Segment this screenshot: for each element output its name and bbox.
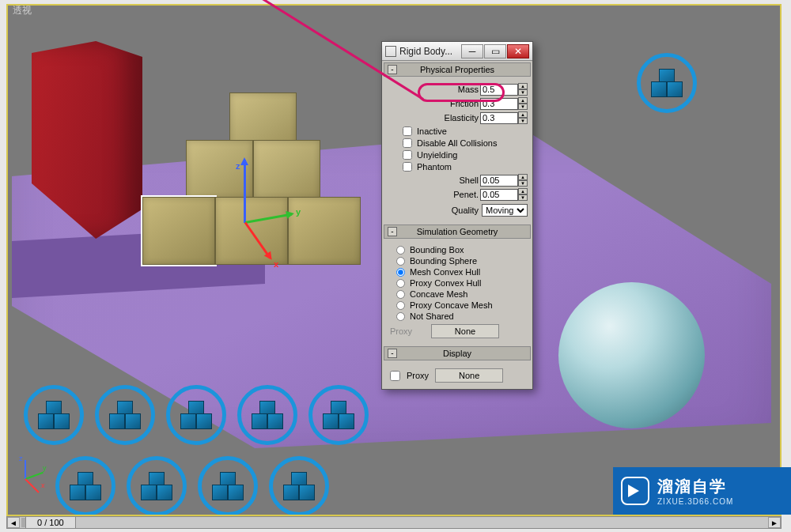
spinner-up-icon[interactable]: ▲ [518, 174, 528, 180]
bounding-sphere-label: Bounding Sphere [410, 256, 477, 266]
concave-mesh-label: Concave Mesh [410, 289, 467, 299]
annotation-marker [637, 53, 697, 113]
app-icon [385, 46, 396, 57]
horizontal-scrollbar[interactable]: ◄ ► [6, 516, 782, 529]
annotation-marker [127, 456, 187, 515]
spinner-down-icon[interactable]: ▼ [518, 118, 528, 124]
proxy-convex-label: Proxy Convex Hull [410, 278, 481, 288]
unyielding-checkbox[interactable] [403, 150, 412, 160]
transform-gizmo[interactable]: z y x [204, 160, 299, 270]
world-axis-indicator: zyx [19, 451, 54, 486]
bounding-box-radio[interactable] [396, 246, 405, 255]
spinner-up-icon[interactable]: ▲ [518, 188, 528, 194]
mesh-convex-label: Mesh Convex Hull [410, 267, 480, 277]
penet-input[interactable] [480, 189, 518, 201]
phantom-label: Phantom [417, 162, 452, 172]
bounding-box-label: Bounding Box [410, 245, 464, 255]
dialog-titlebar[interactable]: Rigid Body... ─ ▭ ✕ [382, 42, 532, 61]
display-proxy-checkbox[interactable] [390, 371, 400, 381]
sphere-object[interactable] [558, 282, 705, 428]
annotation-marker [166, 385, 226, 445]
axis-z[interactable] [244, 160, 246, 223]
section-simgeo-body: Bounding Box Bounding Sphere Mesh Convex… [382, 240, 532, 345]
annotation-marker [24, 385, 84, 445]
spinner-up-icon[interactable]: ▲ [518, 83, 528, 89]
display-proxy-button[interactable]: None [435, 368, 503, 383]
scroll-left-icon[interactable]: ◄ [7, 517, 20, 528]
spinner-down-icon[interactable]: ▼ [518, 194, 528, 201]
inactive-checkbox[interactable] [403, 126, 412, 136]
maximize-button[interactable]: ▭ [484, 44, 506, 58]
section-display-header[interactable]: - Display [384, 346, 531, 360]
section-title: Simulation Geometry [417, 227, 498, 236]
section-simgeo-header[interactable]: - Simulation Geometry [384, 224, 531, 239]
quality-select[interactable]: Moving [482, 204, 528, 217]
spinner-up-icon[interactable]: ▲ [518, 111, 528, 118]
watermark-brand: 溜溜自学 [657, 476, 733, 497]
spinner-down-icon[interactable]: ▼ [518, 104, 528, 110]
annotation-marker [269, 456, 329, 515]
phantom-checkbox[interactable] [403, 162, 412, 172]
axis-z-label: z [236, 161, 240, 171]
proxy-concave-label: Proxy Concave Mesh [410, 300, 493, 310]
minimize-button[interactable]: ─ [461, 44, 483, 58]
elasticity-input[interactable] [480, 112, 518, 124]
quality-label: Quality [452, 206, 479, 215]
axis-y-label: y [296, 207, 301, 217]
mesh-convex-radio[interactable] [396, 268, 405, 277]
shell-spinner[interactable]: ▲▼ [480, 174, 528, 187]
proxy-none-button[interactable]: None [431, 324, 499, 338]
annotation-marker [55, 456, 115, 515]
disable-collisions-checkbox[interactable] [403, 138, 412, 148]
penet-spinner[interactable]: ▲▼ [480, 188, 528, 201]
axis-x-label: x [274, 259, 278, 269]
annotation-marker [237, 385, 297, 445]
annotation-highlight [418, 83, 505, 102]
bounding-sphere-radio[interactable] [396, 257, 405, 266]
spinner-down-icon[interactable]: ▼ [518, 180, 528, 187]
display-proxy-label: Proxy [407, 371, 429, 380]
collapse-icon[interactable]: - [388, 349, 397, 358]
collapse-icon[interactable]: - [388, 227, 397, 236]
spinner-down-icon[interactable]: ▼ [518, 89, 528, 96]
annotation-marker [95, 385, 155, 445]
shell-input[interactable] [480, 175, 518, 187]
scroll-right-icon[interactable]: ► [768, 517, 781, 528]
dialog-title: Rigid Body... [399, 46, 460, 57]
close-button[interactable]: ✕ [507, 44, 529, 58]
shell-label: Shell [460, 175, 479, 185]
watermark-url: ZIXUE.3D66.COM [657, 497, 733, 506]
unyielding-label: Unyielding [417, 150, 457, 160]
disable-collisions-label: Disable All Collisions [417, 138, 498, 148]
frame-display: 0 / 100 [25, 516, 76, 529]
watermark-badge: 溜溜自学 ZIXUE.3D66.COM [613, 467, 791, 515]
proxy-convex-radio[interactable] [396, 279, 405, 288]
inactive-label: Inactive [417, 126, 447, 136]
not-shared-label: Not Shared [410, 311, 454, 321]
axis-y[interactable] [245, 213, 293, 224]
section-physical-header[interactable]: - Physical Properties [384, 62, 531, 77]
proxy-concave-radio[interactable] [396, 301, 405, 310]
not-shared-radio[interactable] [396, 312, 405, 321]
elasticity-label: Elasticity [445, 113, 479, 123]
concave-mesh-radio[interactable] [396, 290, 405, 299]
section-display-body: Proxy None [382, 362, 532, 389]
section-title: Display [443, 349, 471, 358]
section-title: Physical Properties [420, 65, 494, 74]
spinner-up-icon[interactable]: ▲ [518, 97, 528, 104]
annotation-marker [198, 456, 258, 515]
proxy-label: Proxy [390, 326, 425, 336]
collapse-icon[interactable]: - [388, 65, 397, 74]
penet-label: Penet. [453, 190, 479, 199]
axis-x[interactable] [244, 222, 271, 259]
annotation-marker [308, 385, 369, 445]
elasticity-spinner[interactable]: ▲▼ [480, 111, 528, 124]
play-icon [621, 477, 649, 505]
